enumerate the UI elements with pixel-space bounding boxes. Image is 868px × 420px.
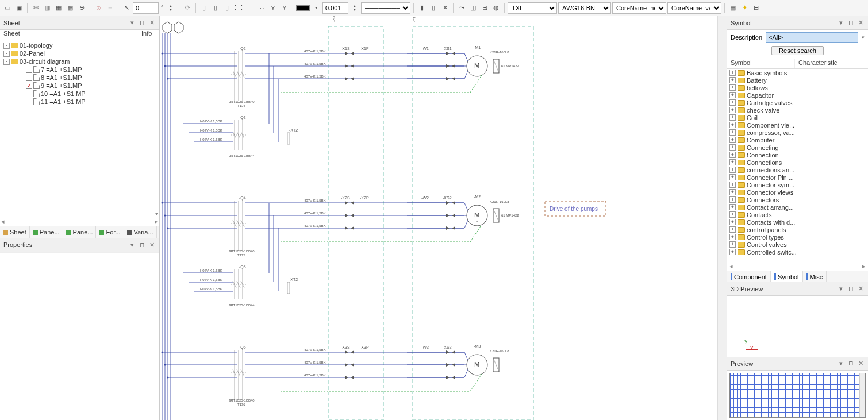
props-pin-icon[interactable]: ⊓	[138, 241, 146, 249]
expand-icon[interactable]: +	[729, 196, 736, 203]
canvas[interactable]: +S1G-T4-Q23RT1025-1BB40T134H07V-K 1,5BKH…	[160, 16, 717, 420]
extra2-icon[interactable]: ✦	[739, 3, 750, 13]
p3d-menu-icon[interactable]: ▾	[837, 285, 845, 293]
expand-icon[interactable]: +	[729, 144, 736, 151]
expand-icon[interactable]: +	[729, 114, 736, 121]
symbol-row[interactable]: +Controlled switc...	[727, 248, 868, 256]
extra1-icon[interactable]: ▤	[728, 3, 738, 13]
sheet-menu-icon[interactable]: ▾	[128, 19, 136, 27]
left-tab[interactable]: Pane...	[30, 226, 63, 238]
expand-icon[interactable]: +	[729, 249, 736, 255]
preview3d-body[interactable]: y x	[727, 296, 868, 357]
expand-icon[interactable]: +	[729, 167, 736, 173]
pv-close-icon[interactable]: ✕	[857, 360, 865, 368]
layer-b-icon[interactable]: ▯	[428, 3, 439, 13]
distribute-h-icon[interactable]: ⋮⋮	[233, 3, 244, 13]
preview-body[interactable]	[727, 371, 868, 420]
expand-icon[interactable]: -	[3, 43, 10, 49]
symbol-tab[interactable]: Component	[727, 271, 771, 282]
step-spin-icon[interactable]: ▲▼	[349, 3, 360, 13]
expand-icon[interactable]: +	[729, 219, 736, 225]
filter-icon[interactable]: Y	[268, 3, 278, 13]
tool-grid3-icon[interactable]: ▩	[65, 3, 75, 13]
p3d-close-icon[interactable]: ✕	[857, 285, 865, 293]
tool-open-icon[interactable]: ▣	[14, 3, 24, 13]
expand-icon[interactable]: +	[729, 182, 736, 188]
align-r-icon[interactable]: ▯	[222, 3, 232, 13]
step-input[interactable]	[322, 2, 348, 14]
expand-icon[interactable]: -	[3, 59, 10, 65]
tool-target-icon[interactable]: ⊕	[76, 3, 87, 13]
p3d-pin-icon[interactable]: ⊓	[847, 285, 855, 293]
left-tab[interactable]: Pane...	[63, 226, 97, 238]
symbol-row[interactable]: +connections an...	[727, 166, 868, 174]
tool-cursor-icon[interactable]: ↖	[121, 3, 132, 13]
symbol-row[interactable]: +Contact arrang...	[727, 203, 868, 211]
tree-row[interactable]: 8 =A1 +S1.MP	[0, 74, 159, 82]
grid-dots-icon[interactable]: ∷	[256, 3, 267, 13]
symbol-row[interactable]: +bellows	[727, 84, 868, 91]
symbol-row[interactable]: +Control types	[727, 233, 868, 241]
extra3-icon[interactable]: ⊟	[751, 3, 761, 13]
expand-icon[interactable]: +	[729, 174, 736, 180]
symbol-row[interactable]: +Contacts	[727, 211, 868, 218]
sheet-tree[interactable]: -01-topology-02-Panel-03-circuit diagram…	[0, 40, 159, 211]
sheet-col-info[interactable]: Info	[139, 30, 159, 40]
tree-row[interactable]: 7 =A1 +S1.MP	[0, 65, 159, 74]
symbol-row[interactable]: +compressor, va...	[727, 129, 868, 136]
align-c-icon[interactable]: ▯	[210, 3, 221, 13]
expand-icon[interactable]: +	[729, 204, 736, 210]
tree-row[interactable]: ✔9 =A1 +S1.MP	[0, 82, 159, 90]
layer-a-icon[interactable]: ▮	[417, 3, 427, 13]
pv-pin-icon[interactable]: ⊓	[847, 360, 855, 368]
filter2-icon[interactable]: Y	[279, 3, 290, 13]
color-swatch[interactable]	[296, 5, 310, 11]
reset-search-button[interactable]: Reset search	[771, 46, 824, 55]
symbol-row[interactable]: +Cartridge valves	[727, 99, 868, 106]
symbol-row[interactable]: +control panels	[727, 226, 868, 233]
symbol-row[interactable]: +Connector Pin ...	[727, 174, 868, 181]
core-v-select[interactable]: CoreName_vert	[667, 2, 721, 14]
expand-icon[interactable]: +	[729, 159, 736, 165]
nodes-icon[interactable]: ⊞	[479, 3, 490, 13]
core-h-select[interactable]: CoreName_hori	[612, 2, 666, 14]
symbol-row[interactable]: +Contacts with d...	[727, 218, 868, 226]
tree-row[interactable]: -01-topology	[0, 41, 159, 49]
tree-row[interactable]: -03-circuit diagram	[0, 57, 159, 65]
expand-icon[interactable]: +	[729, 241, 736, 248]
checkbox[interactable]: ✔	[26, 83, 32, 89]
expand-icon[interactable]: -	[3, 51, 10, 57]
angle-input[interactable]	[133, 2, 159, 14]
symbol-row[interactable]: +Capacitor	[727, 91, 868, 99]
symbol-row[interactable]: +Coil	[727, 114, 868, 121]
left-tab[interactable]: For...	[96, 226, 124, 238]
distribute-v-icon[interactable]: ⋯	[245, 3, 255, 13]
path-icon[interactable]: ⤳	[456, 3, 467, 13]
checkbox[interactable]	[26, 67, 32, 73]
preview-thumb-scroll[interactable]	[859, 373, 865, 417]
tool-stop-icon[interactable]: ⦸	[93, 3, 103, 13]
node-icon[interactable]: ◫	[468, 3, 478, 13]
extra4-icon[interactable]: ⋯	[762, 3, 773, 13]
expand-icon[interactable]: +	[729, 122, 736, 128]
expand-icon[interactable]: +	[729, 137, 736, 143]
symbol-row[interactable]: +Connection	[727, 151, 868, 159]
symbol-row[interactable]: +Computer	[727, 136, 868, 144]
sheet-close-icon[interactable]: ✕	[148, 19, 156, 27]
symbol-tab[interactable]: Symbol	[771, 271, 803, 282]
symbol-pin-icon[interactable]: ⊓	[847, 19, 855, 27]
tool-add-icon[interactable]: ＋	[105, 3, 115, 13]
symbol-row[interactable]: +Battery	[727, 76, 868, 84]
symbol-row[interactable]: +Connecting	[727, 144, 868, 151]
symbol-close-icon[interactable]: ✕	[857, 19, 865, 27]
rotate-icon[interactable]: ⟳	[182, 3, 193, 13]
symbol-row[interactable]: +Connector sym...	[727, 181, 868, 188]
symbol-row[interactable]: +Connectors	[727, 196, 868, 203]
text-style-select[interactable]: TXL	[508, 2, 557, 14]
swatch-drop-icon[interactable]: ▾	[311, 3, 321, 13]
spinner-up-icon[interactable]: ▲▼	[166, 3, 176, 13]
expand-icon[interactable]: +	[729, 107, 736, 113]
expand-icon[interactable]: +	[729, 211, 736, 218]
symbol-hscroll[interactable]: ◂▸	[727, 263, 868, 271]
symbol-col-char[interactable]: Characteristic	[795, 59, 868, 68]
